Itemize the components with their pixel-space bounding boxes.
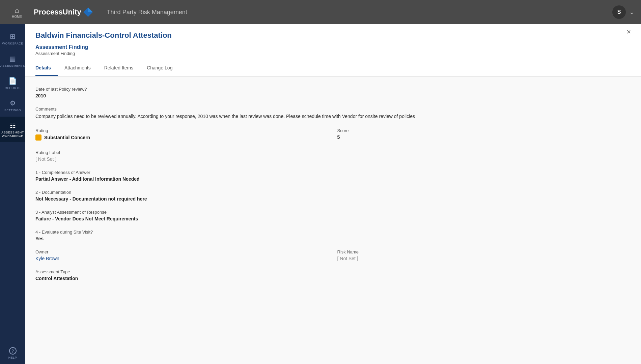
date-policy-label: Date of last Policy review? bbox=[35, 87, 631, 92]
modal-panel: Baldwin Financials-Control Attestation ×… bbox=[25, 24, 641, 364]
close-button[interactable]: × bbox=[626, 28, 631, 36]
field-analyst: 3 - Analyst Assessment of Response Failu… bbox=[35, 210, 631, 221]
sidebar-assessment-workbench-label: ASSESSMENT WORKBENCH bbox=[0, 131, 25, 138]
field-assessment-type: Assessment Type Control Attestation bbox=[35, 269, 631, 281]
assessments-icon: ▦ bbox=[9, 55, 16, 63]
modal-title: Baldwin Financials-Control Attestation bbox=[35, 31, 172, 39]
reports-icon: 📄 bbox=[8, 77, 17, 85]
breadcrumb-section: Assessment Finding Assessment Finding bbox=[25, 40, 641, 60]
rating-badge: Substantial Concern bbox=[35, 134, 90, 141]
rating-value: Substantial Concern bbox=[44, 135, 90, 140]
assessment-workbench-icon: ☷ bbox=[10, 121, 16, 129]
tab-details[interactable]: Details bbox=[35, 60, 58, 76]
sidebar-bottom: ? HELP bbox=[0, 342, 25, 364]
rating-label-value: [ Not Set ] bbox=[35, 156, 631, 162]
field-evaluate: 4 - Evaluate during Site Visit? Yes bbox=[35, 230, 631, 241]
analyst-label: 3 - Analyst Assessment of Response bbox=[35, 210, 631, 215]
sidebar-assessments-label: ASSESSMENTS bbox=[0, 64, 25, 67]
field-completeness: 1 - Completeness of Answer Partial Answe… bbox=[35, 170, 631, 182]
score-value: 5 bbox=[337, 134, 631, 140]
tab-attachments[interactable]: Attachments bbox=[64, 60, 97, 76]
top-navigation: ⌂ HOME ProcessUnity Third Party Risk Man… bbox=[0, 0, 641, 24]
analyst-value: Failure - Vendor Does Not Meet Requireme… bbox=[35, 216, 631, 221]
modal-wrapper: Baldwin Financials-Control Attestation ×… bbox=[25, 24, 641, 364]
sidebar: ⊞ WORKSPACE ▦ ASSESSMENTS 📄 REPORTS ⚙ SE… bbox=[0, 24, 25, 364]
breadcrumb-title: Assessment Finding bbox=[35, 44, 631, 50]
risk-name-value: [ Not Set ] bbox=[337, 256, 631, 261]
tab-related-items[interactable]: Related Items bbox=[104, 60, 140, 76]
field-rating-label: Rating Label [ Not Set ] bbox=[35, 150, 631, 162]
home-icon: ⌂ bbox=[15, 6, 19, 15]
assessment-type-label: Assessment Type bbox=[35, 269, 631, 274]
home-nav-item[interactable]: ⌂ HOME bbox=[7, 6, 27, 19]
sidebar-item-workspace[interactable]: ⊞ WORKSPACE bbox=[0, 28, 25, 50]
field-comments: Comments Company policies need to be rev… bbox=[35, 107, 631, 120]
rating-score-row: Rating Substantial Concern Score 5 bbox=[35, 128, 631, 150]
documentation-label: 2 - Documentation bbox=[35, 190, 631, 195]
user-menu-chevron-icon[interactable]: ⌄ bbox=[629, 8, 634, 16]
owner-value[interactable]: Kyle Brown bbox=[35, 256, 329, 261]
logo-diamond-icon bbox=[83, 7, 93, 18]
tabs: Details Attachments Related Items Change… bbox=[25, 60, 641, 77]
rating-label-label: Rating Label bbox=[35, 150, 631, 155]
comments-label: Comments bbox=[35, 107, 631, 112]
sidebar-item-settings[interactable]: ⚙ SETTINGS bbox=[0, 94, 25, 117]
workspace-icon: ⊞ bbox=[10, 32, 16, 40]
sidebar-help-label: HELP bbox=[8, 356, 17, 359]
field-rating: Rating Substantial Concern bbox=[35, 128, 329, 142]
owner-risk-row: Owner Kyle Brown Risk Name [ Not Set ] bbox=[35, 249, 631, 269]
date-policy-value: 2010 bbox=[35, 93, 631, 98]
rating-label: Rating bbox=[35, 128, 329, 133]
sidebar-reports-label: REPORTS bbox=[5, 86, 21, 90]
field-documentation: 2 - Documentation Not Necessary - Docume… bbox=[35, 190, 631, 202]
logo-text: ProcessUnity bbox=[34, 8, 81, 17]
app-title: Third Party Risk Management bbox=[107, 9, 187, 16]
tab-change-log[interactable]: Change Log bbox=[147, 60, 179, 76]
sidebar-settings-label: SETTINGS bbox=[4, 109, 21, 112]
documentation-value: Not Necessary - Documentation not requir… bbox=[35, 196, 631, 202]
field-owner: Owner Kyle Brown bbox=[35, 249, 329, 261]
help-icon: ? bbox=[9, 347, 17, 355]
modal-header: Baldwin Financials-Control Attestation × bbox=[25, 24, 641, 40]
field-score: Score 5 bbox=[337, 128, 631, 142]
field-date-of-last-policy: Date of last Policy review? 2010 bbox=[35, 87, 631, 98]
completeness-value: Partial Answer - Additonal Information N… bbox=[35, 176, 631, 182]
sidebar-item-assessment-workbench[interactable]: ☷ ASSESSMENT WORKBENCH bbox=[0, 117, 25, 142]
sidebar-workspace-label: WORKSPACE bbox=[2, 42, 23, 45]
rating-color-dot bbox=[35, 134, 41, 141]
owner-label: Owner bbox=[35, 249, 329, 254]
home-label: HOME bbox=[12, 15, 22, 19]
sidebar-item-help[interactable]: ? HELP bbox=[0, 342, 25, 364]
content-area: Baldwin Financials-Control Attestation ×… bbox=[25, 24, 641, 364]
breadcrumb-sub: Assessment Finding bbox=[35, 51, 631, 56]
assessment-type-value: Control Attestation bbox=[35, 276, 631, 281]
svg-marker-1 bbox=[88, 7, 93, 12]
evaluate-label: 4 - Evaluate during Site Visit? bbox=[35, 230, 631, 235]
settings-icon: ⚙ bbox=[10, 99, 16, 107]
sidebar-item-assessments[interactable]: ▦ ASSESSMENTS bbox=[0, 50, 25, 72]
form-content: Date of last Policy review? 2010 Comment… bbox=[25, 77, 641, 364]
evaluate-value: Yes bbox=[35, 236, 631, 241]
comments-value: Company policies need to be reviewed ann… bbox=[35, 113, 631, 120]
main-layout: ⊞ WORKSPACE ▦ ASSESSMENTS 📄 REPORTS ⚙ SE… bbox=[0, 24, 641, 364]
user-avatar[interactable]: S bbox=[612, 5, 626, 19]
top-nav-right: S ⌄ bbox=[612, 5, 634, 19]
field-risk-name: Risk Name [ Not Set ] bbox=[337, 249, 631, 261]
completeness-label: 1 - Completeness of Answer bbox=[35, 170, 631, 175]
score-label: Score bbox=[337, 128, 631, 133]
logo-area: ProcessUnity bbox=[34, 7, 93, 18]
risk-name-label: Risk Name bbox=[337, 249, 631, 254]
sidebar-item-reports[interactable]: 📄 REPORTS bbox=[0, 72, 25, 94]
